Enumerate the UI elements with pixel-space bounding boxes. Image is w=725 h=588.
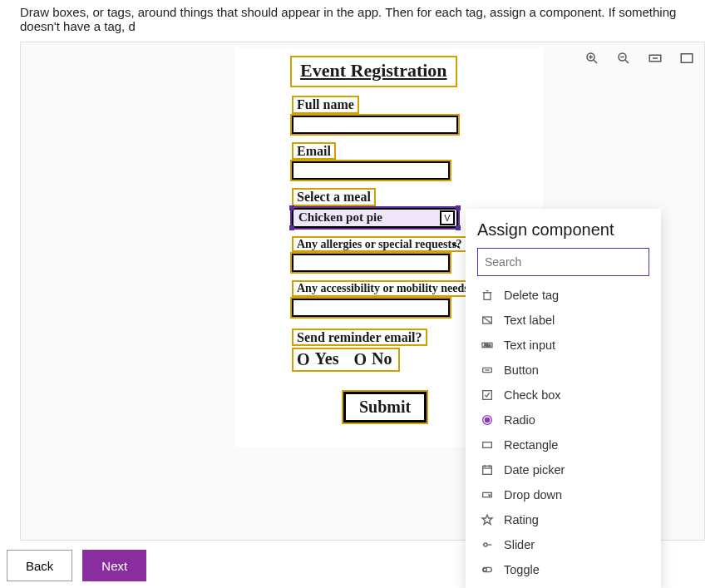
title-tag[interactable]: Event Registration: [290, 56, 457, 87]
checkbox-icon: [481, 388, 494, 402]
wizard-footer: Back Next: [7, 550, 146, 581]
yes-label: Yes: [315, 349, 339, 368]
radio-circle-icon: O: [353, 351, 367, 368]
canvas-toolbar: [584, 51, 694, 66]
chevron-down-icon: V: [440, 210, 455, 225]
svg-point-30: [484, 543, 487, 546]
dropdown-icon: [481, 488, 494, 502]
radio-group-tag[interactable]: OYes ONo: [292, 348, 400, 372]
checkbox-item[interactable]: Check box: [477, 383, 649, 408]
no-label: No: [372, 349, 392, 368]
svg-rect-9: [681, 54, 693, 63]
instruction-text: Draw boxes, or tags, around things that …: [0, 0, 725, 42]
svg-rect-22: [483, 442, 492, 448]
allergies-label-tag[interactable]: Any allergies or special requests?: [292, 236, 467, 252]
fullname-input-tag[interactable]: [292, 116, 458, 134]
panel-title: Assign component: [477, 220, 649, 240]
search-input[interactable]: [477, 248, 649, 276]
svg-rect-23: [483, 466, 492, 474]
button-item[interactable]: Button: [477, 358, 649, 383]
star-icon: [481, 513, 494, 526]
radio-item[interactable]: Radio: [477, 408, 649, 432]
submit-button-tag[interactable]: Submit: [343, 392, 427, 422]
svg-line-5: [625, 60, 629, 63]
fit-width-icon[interactable]: [648, 51, 663, 66]
slider-item[interactable]: Slider: [477, 532, 649, 557]
text-label-item[interactable]: Text label: [477, 308, 649, 333]
svg-line-1: [594, 60, 597, 63]
toggle-icon: [481, 563, 494, 576]
zoom-in-icon[interactable]: [584, 51, 599, 66]
svg-point-21: [485, 418, 489, 422]
text-input-item[interactable]: Abc Text input: [477, 333, 649, 358]
svg-line-14: [483, 317, 492, 324]
delete-tag-item[interactable]: Delete tag: [477, 283, 649, 308]
allergies-input-tag[interactable]: [292, 254, 450, 272]
svg-text:Abc: Abc: [484, 343, 491, 348]
design-canvas[interactable]: Event Registration Full name Email Selec…: [20, 42, 705, 541]
calendar-icon: [481, 463, 494, 477]
reminder-label-tag[interactable]: Send reminder email?: [292, 329, 427, 347]
trash-icon: [481, 289, 494, 302]
svg-rect-10: [484, 293, 491, 300]
next-button[interactable]: Next: [82, 550, 146, 581]
radio-icon: [481, 413, 494, 427]
email-label-tag[interactable]: Email: [292, 142, 336, 161]
button-icon: [481, 363, 494, 377]
meal-dropdown-tag[interactable]: Chicken pot pie V: [292, 208, 458, 228]
email-input-tag[interactable]: [292, 161, 450, 180]
assign-component-panel: Assign component Delete tag Text label A…: [466, 209, 661, 588]
text-input-icon: Abc: [481, 338, 494, 352]
fullname-label-tag[interactable]: Full name: [292, 96, 359, 114]
fit-screen-icon[interactable]: [679, 51, 694, 66]
text-label-icon: [481, 314, 494, 327]
back-button[interactable]: Back: [7, 550, 72, 581]
accessibility-input-tag[interactable]: [292, 299, 450, 317]
datepicker-item[interactable]: Date picker: [477, 457, 649, 482]
rectangle-item[interactable]: Rectangle: [477, 432, 649, 457]
svg-point-32: [483, 568, 486, 571]
meal-label-tag[interactable]: Select a meal: [292, 188, 376, 206]
svg-marker-28: [482, 515, 492, 524]
rating-item[interactable]: Rating: [477, 507, 649, 532]
slider-icon: [481, 538, 494, 551]
toggle-item[interactable]: Toggle: [477, 557, 649, 582]
dropdown-item[interactable]: Drop down: [477, 482, 649, 507]
zoom-out-icon[interactable]: [616, 51, 631, 66]
radio-circle-icon: O: [297, 351, 310, 368]
meal-value: Chicken pot pie: [298, 210, 382, 225]
accessibility-label-tag[interactable]: Any accessibility or mobility needs?: [292, 280, 480, 296]
rectangle-icon: [481, 438, 494, 452]
